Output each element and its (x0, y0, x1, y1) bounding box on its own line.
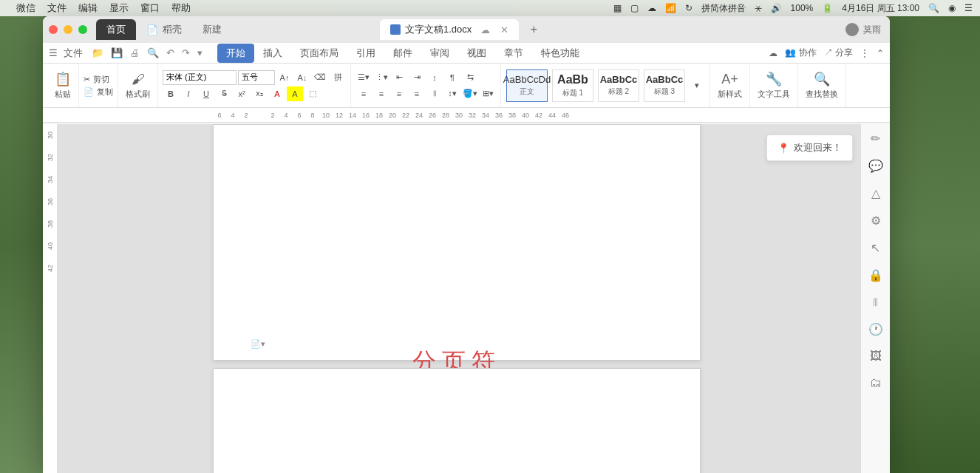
highlight-button[interactable]: A (287, 86, 303, 101)
cut-button[interactable]: ✂ 剪切 (84, 74, 109, 85)
font-size-select[interactable] (238, 70, 275, 85)
undo-icon[interactable]: ↶ (166, 47, 174, 58)
user-account[interactable]: 莫雨 (845, 23, 881, 36)
ime-indicator[interactable]: 拼 简体拼音 (701, 2, 746, 15)
add-tab-button[interactable]: + (525, 21, 542, 38)
share-button[interactable]: ↗ 分享 (824, 47, 853, 59)
ribbon-tab-chapter[interactable]: 章节 (495, 44, 532, 63)
lock-tool-icon[interactable]: 🔒 (868, 268, 883, 282)
style-normal[interactable]: AaBbCcDd 正文 (506, 69, 548, 102)
close-window-button[interactable] (49, 25, 58, 34)
align-left-button[interactable]: ≡ (355, 86, 372, 101)
save-icon[interactable]: 💾 (111, 47, 123, 58)
increase-indent-button[interactable]: ⇥ (409, 70, 425, 85)
char-border-button[interactable]: ⬚ (304, 86, 321, 101)
ribbon-tab-view[interactable]: 视图 (458, 44, 495, 63)
select-tool-icon[interactable]: ↖ (871, 241, 880, 255)
ribbon-tab-start[interactable]: 开始 (217, 44, 254, 63)
italic-button[interactable]: I (180, 86, 197, 101)
welcome-toast[interactable]: 📍 欢迎回来！ (766, 135, 853, 161)
wifi-icon[interactable]: 📶 (665, 3, 676, 13)
battery-indicator[interactable]: 100% (791, 3, 814, 13)
horizontal-ruler[interactable]: 6 4 2 2 4 6 8 10 12 14 16 18 20 22 24 26… (43, 108, 890, 123)
spacing-tool-icon[interactable]: ⫴ (873, 296, 878, 309)
edit-tool-icon[interactable]: ✏ (871, 132, 880, 146)
align-justify-button[interactable]: ≡ (409, 86, 425, 101)
tray-icon[interactable]: ▦ (613, 3, 622, 13)
strikethrough-button[interactable]: S̶ (216, 86, 232, 101)
new-style-button[interactable]: A+ 新样式 (715, 70, 745, 101)
spotlight-icon[interactable]: 🔍 (928, 3, 939, 13)
control-center-icon[interactable]: ☰ (964, 3, 973, 13)
decrease-font-icon[interactable]: A↓ (294, 70, 310, 85)
bullet-list-button[interactable]: ☰▾ (355, 70, 372, 85)
volume-icon[interactable]: 🔊 (771, 3, 782, 13)
gallery-tool-icon[interactable]: 🗂 (870, 376, 882, 389)
ribbon-tab-special[interactable]: 特色功能 (532, 44, 588, 63)
phonetic-guide-icon[interactable]: 拼 (330, 70, 346, 85)
text-tools-button[interactable]: 🔧 文字工具 (755, 69, 793, 101)
wechat-tray-icon[interactable]: ☁ (647, 3, 656, 13)
shape-tool-icon[interactable]: △ (871, 186, 880, 200)
paste-button[interactable]: 📋 粘贴 (52, 69, 74, 101)
font-color-button[interactable]: A (269, 86, 285, 101)
minimize-window-button[interactable] (64, 25, 72, 34)
cloud-sync-icon[interactable]: ☁ (480, 24, 490, 35)
siri-icon[interactable]: ◉ (948, 3, 956, 13)
style-heading3[interactable]: AaBbCc 标题 3 (644, 69, 685, 102)
find-replace-button[interactable]: 🔍 查找替换 (803, 69, 841, 101)
collab-button[interactable]: 👥 协作 (785, 47, 816, 59)
format-painter-button[interactable]: 🖌 格式刷 (123, 70, 153, 101)
file-menu[interactable]: 文件 (64, 47, 83, 60)
align-center-button[interactable]: ≡ (373, 86, 389, 101)
ribbon-tab-insert[interactable]: 插入 (254, 44, 291, 63)
timemachine-icon[interactable]: ↻ (685, 3, 693, 13)
style-heading1[interactable]: AaBb 标题 1 (552, 69, 593, 102)
maximize-window-button[interactable] (78, 25, 87, 34)
cloud-icon[interactable]: ☁ (769, 48, 777, 58)
open-icon[interactable]: 📁 (92, 47, 103, 58)
document-page-1[interactable]: 📄▾ (213, 124, 701, 361)
copy-button[interactable]: 📄 复制 (84, 86, 113, 98)
vertical-ruler[interactable]: 30 32 34 36 38 40 42 (43, 124, 58, 473)
history-tool-icon[interactable]: 🕐 (868, 322, 883, 336)
line-spacing-button[interactable]: ↕▾ (444, 86, 460, 101)
increase-font-icon[interactable]: A↑ (276, 70, 293, 85)
hamburger-icon[interactable]: ☰ (49, 47, 58, 58)
comment-tool-icon[interactable]: 💬 (868, 159, 883, 173)
underline-button[interactable]: U (198, 86, 214, 101)
more-icon[interactable]: ⋮ (860, 48, 869, 58)
tab-home[interactable]: 首页 (96, 19, 136, 40)
distribute-button[interactable]: ⫴ (426, 86, 443, 101)
redo-icon[interactable]: ↷ (182, 47, 190, 58)
document-page-2[interactable] (213, 368, 701, 473)
font-family-select[interactable] (163, 70, 237, 85)
tab-daoke[interactable]: 📄 稻壳 (136, 19, 192, 40)
print-preview-icon[interactable]: 🔍 (147, 47, 159, 58)
datetime[interactable]: 4月16日 周五 13:00 (842, 2, 919, 15)
dropdown-icon[interactable]: ▾ (197, 47, 203, 58)
print-icon[interactable]: 🖨 (130, 47, 140, 58)
number-list-button[interactable]: ⋮▾ (373, 70, 389, 85)
collapse-ribbon-icon[interactable]: ⌃ (877, 48, 884, 58)
clear-format-icon[interactable]: ⌫ (312, 70, 328, 85)
image-tool-icon[interactable]: 🖼 (870, 350, 882, 363)
menu-help[interactable]: 帮助 (171, 1, 191, 15)
close-tab-icon[interactable]: ✕ (500, 24, 508, 35)
tray-icon[interactable]: ▢ (630, 3, 639, 13)
menu-wechat[interactable]: 微信 (16, 1, 35, 15)
decrease-indent-button[interactable]: ⇤ (391, 70, 407, 85)
style-heading2[interactable]: AaBbCc 标题 2 (598, 69, 639, 102)
show-marks-button[interactable]: ¶ (444, 70, 460, 85)
tab-button[interactable]: ⇆ (462, 70, 478, 85)
sort-button[interactable]: ↕ (426, 70, 443, 85)
menu-window[interactable]: 窗口 (140, 1, 160, 15)
subscript-button[interactable]: x₂ (251, 86, 268, 101)
bluetooth-icon[interactable]: ⚹ (755, 3, 762, 13)
menu-edit[interactable]: 编辑 (78, 1, 98, 15)
tab-document[interactable]: 文字文稿1.docx ☁ ✕ (380, 19, 519, 40)
align-right-button[interactable]: ≡ (391, 86, 407, 101)
style-gallery-more-icon[interactable]: ▾ (689, 78, 705, 93)
bold-button[interactable]: B (163, 86, 179, 101)
ribbon-tab-review[interactable]: 审阅 (421, 44, 458, 63)
